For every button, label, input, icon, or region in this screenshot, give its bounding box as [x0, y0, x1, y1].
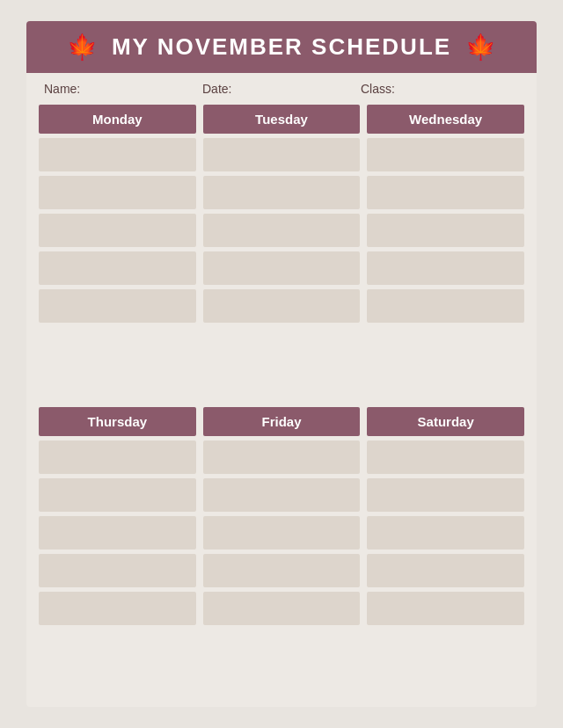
- thursday-slot-5[interactable]: [39, 592, 196, 625]
- saturday-header: Saturday: [367, 407, 524, 436]
- monday-slot-3[interactable]: [39, 214, 196, 247]
- friday-slot-4[interactable]: [203, 554, 361, 587]
- wednesday-slot-4[interactable]: [367, 251, 524, 285]
- tuesday-slot-5[interactable]: [203, 289, 361, 323]
- friday-slot-3[interactable]: [203, 516, 361, 550]
- saturday-slot-3[interactable]: [367, 516, 524, 550]
- thursday-slot-1[interactable]: [39, 440, 196, 474]
- thursday-slot-2[interactable]: [39, 478, 196, 512]
- tuesday-header: Tuesday: [203, 105, 361, 134]
- friday-slot-1[interactable]: [203, 440, 361, 474]
- date-label: Date:: [202, 82, 361, 96]
- thursday-slot-3[interactable]: [39, 516, 196, 550]
- tuesday-slot-3[interactable]: [203, 214, 361, 247]
- friday-header: Friday: [203, 407, 361, 436]
- wednesday-header: Wednesday: [367, 105, 524, 134]
- tuesday-slot-4[interactable]: [203, 251, 361, 285]
- saturday-column: Saturday: [367, 407, 524, 625]
- leaf-right-icon: 🍁: [465, 35, 496, 60]
- info-row: Name: Date: Class:: [26, 73, 537, 105]
- name-label: Name:: [44, 82, 202, 96]
- monday-slot-5[interactable]: [39, 289, 196, 323]
- week-section-2: Thursday Friday Saturday: [39, 407, 524, 695]
- page-header: 🍁 MY NOVEMBER SCHEDULE 🍁: [26, 21, 537, 73]
- monday-slot-4[interactable]: [39, 251, 196, 285]
- monday-slot-1[interactable]: [39, 138, 196, 171]
- saturday-slot-5[interactable]: [367, 592, 524, 625]
- wednesday-column: Wednesday: [367, 105, 524, 323]
- tuesday-column: Tuesday: [203, 105, 361, 323]
- monday-column: Monday: [39, 105, 196, 323]
- leaf-left-icon: 🍁: [67, 35, 98, 60]
- wednesday-slot-3[interactable]: [367, 214, 524, 247]
- saturday-slot-4[interactable]: [367, 554, 524, 587]
- thursday-column: Thursday: [39, 407, 196, 625]
- wednesday-slot-5[interactable]: [367, 289, 524, 323]
- thursday-slot-4[interactable]: [39, 554, 196, 587]
- saturday-slot-2[interactable]: [367, 478, 524, 512]
- week1-days-row: Monday Tuesday Wednesday: [39, 105, 524, 323]
- thursday-header: Thursday: [39, 407, 196, 436]
- friday-column: Friday: [203, 407, 361, 625]
- monday-slot-2[interactable]: [39, 176, 196, 209]
- schedule-page: 🍁 MY NOVEMBER SCHEDULE 🍁 Name: Date: Cla…: [26, 21, 537, 707]
- wednesday-slot-2[interactable]: [367, 176, 524, 209]
- schedule-grid: Monday Tuesday Wednesday: [26, 105, 537, 707]
- week-section-1: Monday Tuesday Wednesday: [39, 105, 524, 393]
- wednesday-slot-1[interactable]: [367, 138, 524, 171]
- monday-header: Monday: [39, 105, 196, 134]
- friday-slot-5[interactable]: [203, 592, 361, 625]
- friday-slot-2[interactable]: [203, 478, 361, 512]
- tuesday-slot-1[interactable]: [203, 138, 361, 171]
- saturday-slot-1[interactable]: [367, 440, 524, 474]
- week2-days-row: Thursday Friday Saturday: [39, 407, 524, 625]
- class-label: Class:: [361, 82, 519, 96]
- tuesday-slot-2[interactable]: [203, 176, 361, 209]
- page-title: MY NOVEMBER SCHEDULE: [112, 33, 451, 61]
